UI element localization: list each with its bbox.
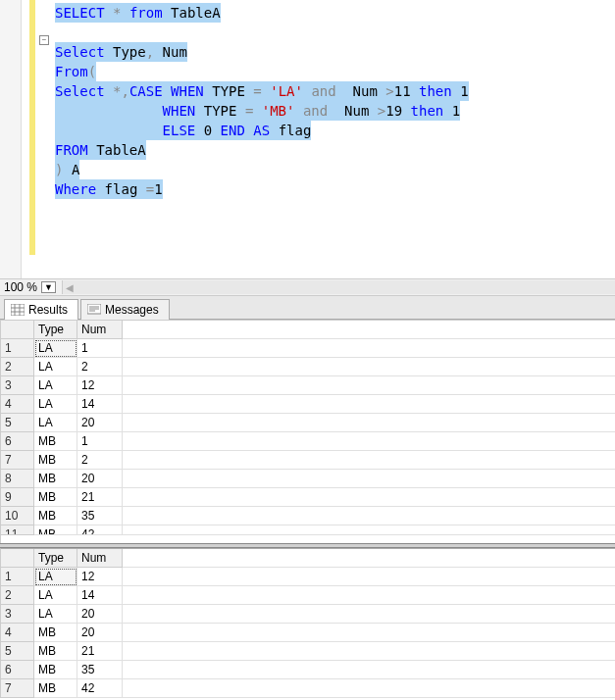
zoom-bar: 100 % ▼ ◀ <box>0 278 615 296</box>
row-header[interactable]: 6 <box>1 661 34 679</box>
cell[interactable]: 1 <box>77 339 123 358</box>
cell[interactable]: 42 <box>77 525 123 535</box>
row-header[interactable]: 9 <box>1 488 34 507</box>
row-header[interactable]: 3 <box>1 605 34 624</box>
cell[interactable]: 2 <box>77 451 123 470</box>
cell[interactable]: 12 <box>77 568 123 586</box>
sql-editor[interactable]: − SELECT * from TableA Select Type, Num … <box>0 0 615 278</box>
cell[interactable]: MB <box>34 679 77 698</box>
row-header[interactable]: 7 <box>1 679 34 698</box>
fold-toggle[interactable]: − <box>39 35 49 45</box>
editor-margin <box>0 0 22 278</box>
row-header[interactable]: 1 <box>1 339 34 358</box>
row-header[interactable]: 7 <box>1 451 34 470</box>
cell[interactable]: LA <box>34 339 77 358</box>
code-text[interactable]: SELECT * from TableA Select Type, Num Fr… <box>55 3 469 199</box>
svg-rect-0 <box>11 304 25 316</box>
row-header[interactable]: 4 <box>1 395 34 414</box>
cell[interactable]: MB <box>34 488 77 507</box>
cell[interactable]: LA <box>34 414 77 432</box>
col-header-type[interactable]: Type <box>34 321 77 339</box>
zoom-dropdown[interactable]: ▼ <box>41 281 56 293</box>
scroll-left-arrow[interactable]: ◀ <box>63 280 77 294</box>
cell[interactable]: 14 <box>77 395 123 414</box>
cell[interactable]: 20 <box>77 624 123 642</box>
results-grid-1[interactable]: TypeNum1LA12LA23LA124LA145LA206MB17MB28M… <box>0 320 615 543</box>
row-header[interactable]: 5 <box>1 414 34 432</box>
cell[interactable]: LA <box>34 568 77 586</box>
cell[interactable]: 20 <box>77 414 123 432</box>
cell[interactable]: 14 <box>77 586 123 605</box>
cell[interactable]: LA <box>34 586 77 605</box>
tab-messages-label: Messages <box>105 303 159 317</box>
row-header[interactable]: 3 <box>1 376 34 395</box>
horizontal-scrollbar[interactable]: ◀ <box>62 280 615 294</box>
tab-results-label: Results <box>28 303 68 317</box>
cell[interactable]: MB <box>34 432 77 451</box>
tab-results[interactable]: Results <box>4 299 78 320</box>
cell[interactable]: LA <box>34 358 77 376</box>
results-tab-bar: Results Messages <box>0 296 615 320</box>
col-header-num[interactable]: Num <box>77 549 123 568</box>
cell[interactable]: 42 <box>77 679 123 698</box>
cell[interactable]: MB <box>34 451 77 470</box>
cell[interactable]: 20 <box>77 605 123 624</box>
cell[interactable]: MB <box>34 470 77 488</box>
grid-icon <box>11 304 25 316</box>
cell[interactable]: MB <box>34 624 77 642</box>
row-header[interactable]: 4 <box>1 624 34 642</box>
row-header-corner <box>1 549 34 568</box>
cell[interactable]: 21 <box>77 488 123 507</box>
row-header[interactable]: 10 <box>1 507 34 525</box>
messages-icon <box>87 304 101 316</box>
row-header[interactable]: 1 <box>1 568 34 586</box>
cell[interactable]: 12 <box>77 376 123 395</box>
cell[interactable]: 35 <box>77 507 123 525</box>
cell[interactable]: LA <box>34 605 77 624</box>
change-indicator <box>29 0 35 255</box>
tab-messages[interactable]: Messages <box>80 299 170 320</box>
cell[interactable]: MB <box>34 507 77 525</box>
cell[interactable]: MB <box>34 661 77 679</box>
cell[interactable]: MB <box>34 642 77 661</box>
cell[interactable]: MB <box>34 525 77 535</box>
row-header[interactable]: 8 <box>1 470 34 488</box>
cell[interactable]: 2 <box>77 358 123 376</box>
row-header[interactable]: 5 <box>1 642 34 661</box>
cell[interactable]: LA <box>34 376 77 395</box>
row-header[interactable]: 6 <box>1 432 34 451</box>
zoom-level: 100 % <box>4 280 37 294</box>
cell[interactable]: 1 <box>77 432 123 451</box>
row-header-corner <box>1 321 34 339</box>
results-grid-2[interactable]: TypeNum1LA122LA143LA204MB205MB216MB357MB… <box>0 548 615 698</box>
row-header[interactable]: 2 <box>1 358 34 376</box>
cell[interactable]: LA <box>34 395 77 414</box>
row-header[interactable]: 2 <box>1 586 34 605</box>
cell[interactable]: 35 <box>77 661 123 679</box>
col-header-num[interactable]: Num <box>77 321 123 339</box>
cell[interactable]: 20 <box>77 470 123 488</box>
row-header[interactable]: 11 <box>1 525 34 535</box>
cell[interactable]: 21 <box>77 642 123 661</box>
col-header-type[interactable]: Type <box>34 549 77 568</box>
